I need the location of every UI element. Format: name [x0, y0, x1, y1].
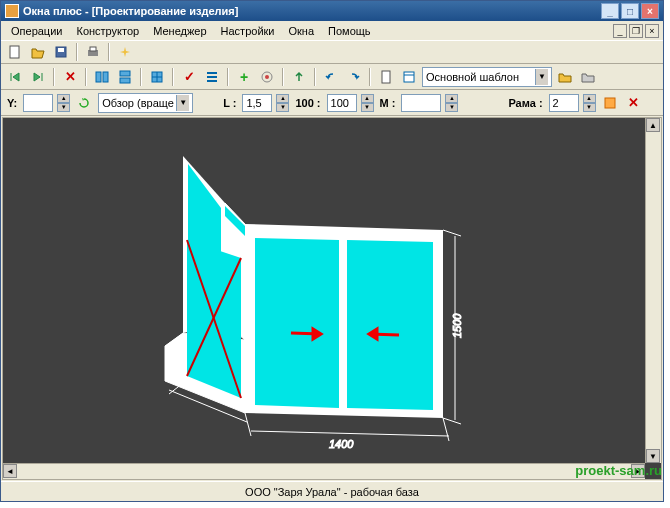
- menu-constructor[interactable]: Конструктор: [70, 23, 145, 39]
- grid2-button[interactable]: [115, 67, 135, 87]
- view-combo-value: Обзор (враще: [102, 97, 174, 109]
- menu-manager[interactable]: Менеджер: [147, 23, 212, 39]
- design-viewport[interactable]: 1500 1400 ▲ ▼ ◄ ►: [2, 117, 662, 480]
- window-title: Окна плюс - [Проектирование изделия]: [23, 5, 601, 17]
- svg-rect-14: [207, 80, 217, 82]
- m-spin-down[interactable]: ▼: [445, 103, 458, 112]
- svg-rect-13: [207, 76, 217, 78]
- form-button[interactable]: [399, 67, 419, 87]
- menu-settings[interactable]: Настройки: [215, 23, 281, 39]
- scale-spin-up[interactable]: ▲: [361, 94, 374, 103]
- svg-rect-20: [605, 98, 615, 108]
- y-input[interactable]: [23, 94, 53, 112]
- y-spin-up[interactable]: ▲: [57, 94, 70, 103]
- status-text: ООО "Заря Урала" - рабочая база: [245, 486, 419, 498]
- menu-help[interactable]: Помощь: [322, 23, 377, 39]
- scroll-down-button[interactable]: ▼: [646, 449, 660, 463]
- chevron-down-icon: ▼: [176, 95, 189, 111]
- nav-first-button[interactable]: [5, 67, 25, 87]
- m-spin-up[interactable]: ▲: [445, 94, 458, 103]
- frame-cancel-button[interactable]: ✕: [624, 93, 644, 113]
- svg-marker-31: [347, 240, 433, 410]
- wizard-button[interactable]: [115, 42, 135, 62]
- frame-spin-up[interactable]: ▲: [583, 94, 596, 103]
- toolbar-params: Y: ▲▼ Обзор (враще ▼ L : ▲▼ 100 : ▲▼ M :…: [1, 90, 663, 116]
- scroll-left-button[interactable]: ◄: [3, 464, 17, 478]
- svg-rect-12: [207, 72, 217, 74]
- add-button[interactable]: +: [234, 67, 254, 87]
- open-button[interactable]: [28, 42, 48, 62]
- titlebar: Окна плюс - [Проектирование изделия] _ □…: [1, 1, 663, 21]
- scale-input[interactable]: [327, 94, 357, 112]
- chevron-down-icon: ▼: [535, 69, 548, 85]
- svg-rect-4: [90, 47, 96, 51]
- svg-line-41: [443, 418, 449, 441]
- redo-button[interactable]: [344, 67, 364, 87]
- l-spin-up[interactable]: ▲: [276, 94, 289, 103]
- check-button[interactable]: ✓: [179, 67, 199, 87]
- grid1-button[interactable]: [92, 67, 112, 87]
- template-combo-value: Основной шаблон: [426, 71, 519, 83]
- frame-label: Рама :: [506, 97, 544, 109]
- mdi-minimize-button[interactable]: _: [613, 24, 627, 38]
- svg-rect-6: [103, 72, 108, 82]
- window-button[interactable]: [147, 67, 167, 87]
- new-button[interactable]: [5, 42, 25, 62]
- svg-rect-18: [404, 72, 414, 82]
- mdi-restore-button[interactable]: ❐: [629, 24, 643, 38]
- y-spin-down[interactable]: ▼: [57, 103, 70, 112]
- toolbar-main: [1, 40, 663, 64]
- close-button[interactable]: ×: [641, 3, 659, 19]
- template-combo[interactable]: Основной шаблон ▼: [422, 67, 552, 87]
- l-label: L :: [221, 97, 238, 109]
- svg-rect-7: [120, 71, 130, 76]
- save-button[interactable]: [51, 42, 71, 62]
- l-input[interactable]: [242, 94, 272, 112]
- doc-button[interactable]: [376, 67, 396, 87]
- scale-label: 100 :: [293, 97, 322, 109]
- svg-line-37: [443, 230, 461, 236]
- scroll-up-button[interactable]: ▲: [646, 118, 660, 132]
- dim-width: 1400: [329, 438, 354, 450]
- undo-button[interactable]: [321, 67, 341, 87]
- delete-button[interactable]: ✕: [60, 67, 80, 87]
- m-label: M :: [378, 97, 398, 109]
- scrollbar-horizontal[interactable]: ◄ ►: [3, 463, 645, 479]
- scrollbar-vertical[interactable]: ▲ ▼: [645, 118, 661, 463]
- scale-spin-down[interactable]: ▼: [361, 103, 374, 112]
- tool1-button[interactable]: [257, 67, 277, 87]
- menubar: Операции Конструктор Менеджер Настройки …: [1, 21, 663, 40]
- l-spin-down[interactable]: ▼: [276, 103, 289, 112]
- mdi-close-button[interactable]: ×: [645, 24, 659, 38]
- maximize-button[interactable]: □: [621, 3, 639, 19]
- print-button[interactable]: [83, 42, 103, 62]
- svg-point-16: [265, 75, 269, 79]
- nav-last-button[interactable]: [28, 67, 48, 87]
- product-3d-render: 1500 1400: [3, 118, 643, 478]
- svg-marker-30: [255, 238, 339, 408]
- menu-operations[interactable]: Операции: [5, 23, 68, 39]
- svg-rect-17: [382, 71, 390, 83]
- svg-rect-2: [58, 48, 64, 52]
- tool2-button[interactable]: [289, 67, 309, 87]
- m-input[interactable]: [401, 94, 441, 112]
- svg-line-38: [443, 418, 461, 424]
- folder1-button[interactable]: [555, 67, 575, 87]
- frame-spin-down[interactable]: ▼: [583, 103, 596, 112]
- frame-apply-button[interactable]: [600, 93, 620, 113]
- minimize-button[interactable]: _: [601, 3, 619, 19]
- svg-line-39: [251, 431, 449, 436]
- y-label: Y:: [5, 97, 19, 109]
- list-button[interactable]: [202, 67, 222, 87]
- refresh-button[interactable]: [74, 93, 94, 113]
- frame-input[interactable]: [549, 94, 579, 112]
- dim-height: 1500: [451, 313, 463, 338]
- svg-rect-5: [96, 72, 101, 82]
- statusbar: ООО "Заря Урала" - рабочая база: [1, 481, 663, 501]
- toolbar-edit: ✕ ✓ + Основной шаблон ▼: [1, 64, 663, 90]
- watermark: proekt-sam.ru: [575, 463, 662, 478]
- menu-windows[interactable]: Окна: [283, 23, 321, 39]
- svg-rect-0: [10, 46, 19, 58]
- folder2-button[interactable]: [578, 67, 598, 87]
- view-combo[interactable]: Обзор (враще ▼: [98, 93, 193, 113]
